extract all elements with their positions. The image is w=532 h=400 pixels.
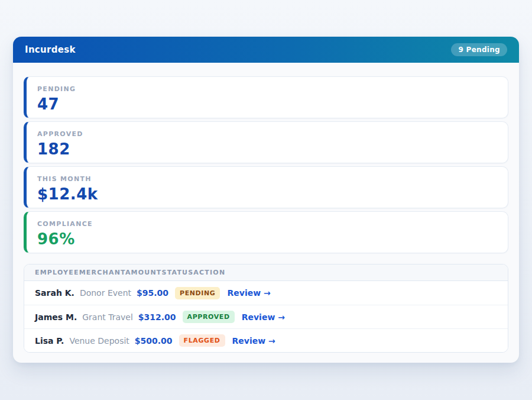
transactions-table: EMPLOYEEMERCHANTAMOUNTSTATUSACTION Sarah… — [24, 264, 508, 353]
review-link[interactable]: Review → — [227, 288, 270, 298]
column-header-action: ACTION — [193, 269, 225, 276]
column-header-amount: AMOUNT — [125, 269, 162, 276]
employee-name: Sarah K. — [35, 288, 74, 298]
column-header-employee: EMPLOYEE — [35, 269, 79, 276]
pending-count-badge: 9 Pending — [451, 43, 507, 56]
status-badge: FLAGGED — [179, 334, 225, 347]
table-row: Lisa P. Venue Deposit $500.00 FLAGGED Re… — [24, 328, 508, 352]
review-link[interactable]: Review → — [242, 312, 285, 322]
stat-label: APPROVED — [37, 130, 497, 138]
table-header-row: EMPLOYEEMERCHANTAMOUNTSTATUSACTION — [24, 264, 508, 281]
amount-value: $312.00 — [138, 312, 176, 322]
app-body: PENDING 47 APPROVED 182 THIS MONTH $12.4… — [13, 63, 519, 363]
stat-card-approved: APPROVED 182 — [24, 121, 508, 163]
stat-label: COMPLIANCE — [37, 220, 497, 228]
stat-value: 182 — [37, 140, 497, 158]
merchant-name: Grant Travel — [82, 312, 133, 322]
amount-value: $500.00 — [135, 336, 173, 346]
stat-card-this-month: THIS MONTH $12.4k — [24, 166, 508, 208]
amount-value: $95.00 — [137, 288, 168, 298]
stat-card-compliance: COMPLIANCE 96% — [24, 211, 508, 253]
status-badge: PENDING — [175, 287, 220, 299]
employee-name: James M. — [35, 312, 77, 322]
page-background: { "app": { "title": "Incurdesk", "header… — [0, 0, 532, 400]
stat-value: 47 — [37, 95, 497, 113]
status-badge: APPROVED — [183, 311, 235, 323]
stat-label: PENDING — [37, 85, 497, 93]
table-row: Sarah K. Donor Event $95.00 PENDING Revi… — [24, 281, 508, 305]
stat-value: $12.4k — [37, 185, 497, 203]
app-header: Incurdesk 9 Pending — [13, 37, 519, 63]
app-card: Incurdesk 9 Pending PENDING 47 APPROVED … — [13, 37, 519, 363]
stat-card-pending: PENDING 47 — [24, 76, 508, 118]
column-header-merchant: MERCHANT — [79, 269, 125, 276]
column-header-status: STATUS — [162, 269, 194, 276]
table-row: James M. Grant Travel $312.00 APPROVED R… — [24, 305, 508, 328]
stat-label: THIS MONTH — [37, 175, 497, 183]
review-link[interactable]: Review → — [232, 336, 275, 346]
employee-name: Lisa P. — [35, 336, 64, 346]
app-title: Incurdesk — [25, 44, 76, 55]
merchant-name: Venue Deposit — [69, 336, 129, 346]
merchant-name: Donor Event — [80, 288, 131, 298]
stat-value: 96% — [37, 230, 497, 248]
